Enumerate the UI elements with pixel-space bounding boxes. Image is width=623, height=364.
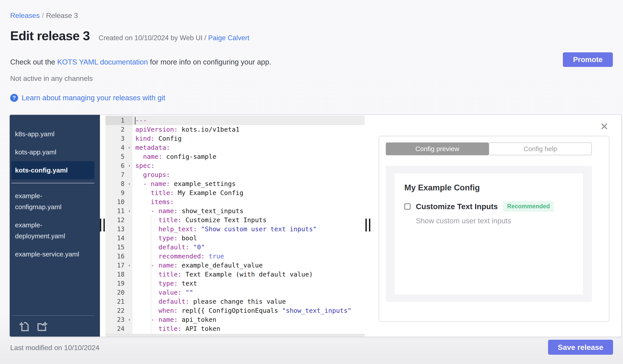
code-text[interactable]: items: — [133, 198, 365, 206]
question-mark-icon[interactable]: ? — [10, 94, 18, 102]
sidebar-file-k8s-app.yaml[interactable]: k8s-app.yaml — [12, 125, 94, 143]
line-number: 5 — [106, 152, 133, 161]
line-number: 14 — [106, 234, 133, 243]
fold-arrow-icon[interactable]: ▾ — [128, 206, 131, 216]
code-text[interactable]: metadata: — [133, 143, 365, 152]
editor-line-19: 19 type: text — [106, 279, 365, 288]
code-token: default: — [135, 298, 189, 305]
fold-arrow-icon[interactable]: ▾ — [128, 161, 131, 170]
code-text[interactable]: spec: — [133, 161, 365, 170]
code-text[interactable]: help_text: "Show custom user text inputs… — [133, 225, 365, 234]
code-text[interactable]: title: API token — [133, 324, 365, 333]
line-number: 6▾ — [106, 161, 133, 170]
code-token: name: — [135, 153, 162, 160]
editor-horizontal-scrollbar[interactable] — [106, 334, 365, 337]
close-icon[interactable]: ✕ — [600, 121, 609, 133]
kots-docs-link[interactable]: KOTS YAML documentation — [57, 58, 148, 66]
code-text[interactable]: title: Customize Text Inputs — [133, 216, 365, 225]
code-text[interactable]: name: config-sample — [133, 152, 365, 161]
code-token: text — [178, 280, 197, 287]
editor-line-1: 1--- — [106, 116, 365, 125]
new-folder-icon[interactable] — [36, 320, 48, 332]
code-text[interactable]: default: please change this value — [133, 297, 365, 306]
editor-line-3: 3kind: Config — [106, 134, 365, 143]
code-text[interactable]: title: My Example Config — [133, 188, 365, 198]
sidebar-file-example-service.yaml[interactable]: example-service.yaml — [12, 245, 94, 263]
code-text[interactable]: kind: Config — [133, 134, 365, 143]
sidebar-file-kots-app.yaml[interactable]: kots-app.yaml — [12, 143, 94, 161]
line-number: 1 — [106, 116, 133, 125]
created-meta: Created on 10/10/2024 by Web UI / Paige … — [99, 34, 249, 42]
code-token: "show_text_inputs" — [282, 307, 351, 314]
code-text[interactable]: title: Text Example (with default value) — [133, 270, 365, 279]
code-token: repl{{ ConfigOptionEquals — [178, 307, 282, 314]
tab-config-preview[interactable]: Config preview — [386, 142, 489, 155]
code-text[interactable]: apiVersion: kots.io/v1beta1 — [133, 125, 365, 134]
line-number: 4▾ — [106, 143, 133, 152]
yaml-code-editor[interactable]: 1---2apiVersion: kots.io/v1beta13kind: C… — [106, 115, 365, 337]
code-text[interactable]: default: "0" — [133, 243, 365, 252]
line-number: 2 — [106, 125, 133, 134]
code-text[interactable]: - name: api_token — [133, 315, 365, 324]
code-token: type: — [135, 280, 178, 287]
line-number: 18 — [106, 270, 133, 279]
code-text[interactable]: --- — [133, 116, 365, 125]
editor-line-11: 11▾ - name: show_text_inputs — [106, 206, 365, 216]
code-token: please change this value — [189, 298, 286, 305]
editor-line-5: 5 name: config-sample — [106, 152, 365, 161]
code-text[interactable]: - name: example_settings — [133, 179, 365, 188]
config-checkbox[interactable] — [404, 203, 411, 210]
sidebar-resize-handle[interactable] — [100, 219, 105, 231]
config-preview-card: Config previewConfig help My Example Con… — [379, 136, 609, 322]
code-token: API token — [182, 325, 221, 332]
tab-config-help[interactable]: Config help — [489, 142, 592, 155]
preview-resize-handle[interactable] — [365, 219, 370, 231]
fold-arrow-icon[interactable]: ▾ — [128, 315, 131, 324]
code-token: items: — [135, 198, 174, 206]
fold-arrow-icon[interactable]: ▾ — [128, 143, 131, 152]
code-text[interactable]: type: text — [133, 279, 365, 288]
config-item-help: Show custom user text inputs — [416, 217, 511, 225]
line-number: 10 — [106, 198, 133, 206]
line-number: 12 — [106, 216, 133, 225]
code-token: recommended: — [135, 252, 205, 260]
code-text[interactable]: type: bool — [133, 234, 365, 243]
line-number: 22 — [106, 306, 133, 315]
code-text[interactable]: recommended: true — [133, 252, 365, 261]
fold-arrow-icon[interactable]: ▾ — [128, 179, 131, 188]
sidebar-file-kots-config.yaml[interactable]: kots-config.yaml — [12, 161, 94, 179]
code-text[interactable]: value: "" — [133, 288, 365, 297]
git-releases-link[interactable]: Learn about managing your releases with … — [22, 94, 165, 102]
editor-line-4: 4▾metadata: — [106, 143, 365, 152]
editor-line-22: 22 when: repl{{ ConfigOptionEquals "show… — [106, 306, 365, 315]
new-file-icon[interactable] — [18, 320, 30, 332]
code-text[interactable]: - name: example_default_value — [133, 261, 365, 270]
created-author-link[interactable]: Paige Calvert — [208, 34, 249, 42]
title-row: Edit release 3 Created on 10/10/2024 by … — [10, 28, 249, 43]
breadcrumb-releases-link[interactable]: Releases — [10, 12, 40, 20]
sidebar-file-example-configmap.yaml[interactable]: example-configmap.yaml — [12, 187, 94, 216]
promote-button[interactable]: Promote — [563, 52, 613, 67]
code-token: Customize Text Inputs — [182, 216, 267, 224]
fold-arrow-icon[interactable]: ▾ — [128, 261, 131, 270]
code-token: - name: — [135, 180, 170, 187]
code-token: type: — [135, 234, 178, 242]
editor-line-24: 24 title: API token — [106, 324, 365, 333]
config-item-row: Customize Text Inputs Recommended — [404, 201, 554, 212]
sidebar-file-example-deployment.yaml[interactable]: example-deployment.yaml — [12, 216, 94, 245]
code-text[interactable]: groups: — [133, 170, 365, 179]
save-release-button[interactable]: Save release — [548, 340, 613, 355]
line-number: 24 — [106, 324, 133, 333]
code-text[interactable]: - name: show_text_inputs — [133, 206, 365, 216]
line-number: 8▾ — [106, 179, 133, 188]
breadcrumb-current: Release 3 — [46, 12, 78, 20]
config-item-label: Customize Text Inputs — [416, 202, 498, 211]
file-list: k8s-app.yamlkots-app.yamlkots-config.yam… — [10, 125, 100, 263]
editor-line-13: 13 help_text: "Show custom user text inp… — [106, 225, 365, 234]
code-token: help_text: — [135, 225, 197, 233]
code-text[interactable]: when: repl{{ ConfigOptionEquals "show_te… — [133, 306, 365, 315]
code-token: metadata: — [135, 144, 170, 151]
line-number: 23▾ — [106, 315, 133, 324]
code-token: - name: — [135, 262, 178, 269]
code-token: title: — [135, 189, 174, 197]
